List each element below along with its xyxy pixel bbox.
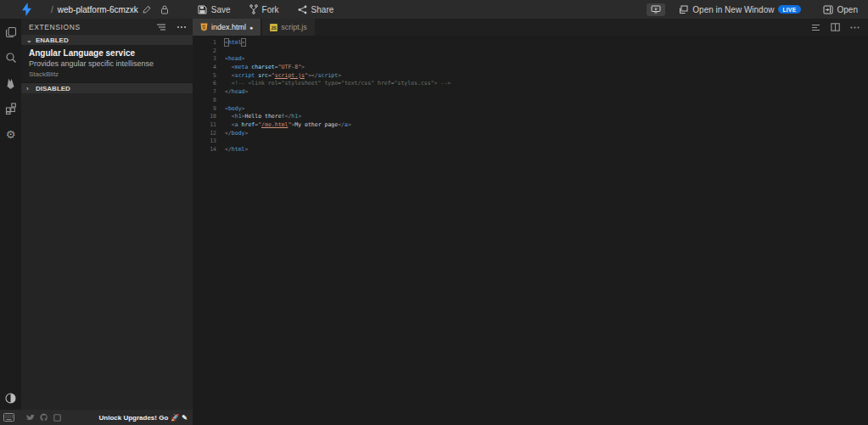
share-button[interactable]: Share: [294, 0, 338, 19]
tab-label: index.html: [211, 23, 246, 31]
left-column: ⚙ EXTENSIONS: [0, 19, 193, 425]
project-prefix: /: [51, 5, 53, 14]
theme-contrast-icon[interactable]: [4, 391, 18, 405]
project-title: / web-platform-6cmzxk: [51, 5, 169, 14]
rename-project-icon[interactable]: [143, 5, 151, 14]
chevron-down-icon: ⌄: [26, 36, 32, 44]
line-number: 9: [193, 105, 225, 114]
more-actions-icon[interactable]: [850, 26, 860, 29]
save-icon: [198, 5, 207, 14]
save-label: Save: [211, 5, 231, 14]
settings-gear-icon[interactable]: ⚙: [4, 127, 18, 141]
line-number: 12: [193, 130, 225, 138]
line-number: 13: [193, 137, 225, 146]
extension-name: Angular Language service: [29, 48, 185, 58]
code-line[interactable]: 4 <meta charset="UTF-8">: [193, 64, 868, 72]
tab-script-js[interactable]: JS script.js: [262, 19, 315, 36]
keyboard-shortcuts-icon[interactable]: [3, 413, 14, 422]
code-line[interactable]: 13: [193, 137, 868, 146]
code-line[interactable]: 8: [193, 97, 868, 105]
preview-monitor-icon: [651, 5, 661, 14]
code-editor[interactable]: 1<html>23<head>4 <meta charset="UTF-8">5…: [193, 36, 868, 425]
editor-group: index.html ● JS script.js: [193, 19, 868, 425]
code-line[interactable]: 5 <script src="script.js"></script>: [193, 72, 868, 81]
topbar: / web-platform-6cmzxk Save Fork Share: [0, 0, 868, 19]
privacy-lock-icon[interactable]: [160, 5, 169, 14]
code-line[interactable]: 14</html>: [193, 146, 868, 154]
open-button[interactable]: Open: [820, 0, 861, 19]
fork-button[interactable]: Fork: [246, 0, 283, 19]
section-disabled[interactable]: › DISABLED: [21, 83, 193, 93]
extensions-panel-header: EXTENSIONS: [21, 19, 193, 35]
code-line[interactable]: 6 <!-- <link rel="stylesheet" type="text…: [193, 80, 868, 88]
open-in-new-window-label: Open in New Window: [692, 5, 774, 14]
tab-label: script.js: [281, 23, 307, 31]
fork-icon: [249, 4, 258, 14]
svg-text:JS: JS: [271, 25, 277, 30]
fork-label: Fork: [262, 5, 279, 14]
open-panel-icon: [823, 5, 833, 14]
extension-description: Provides angular specific intellisense: [29, 59, 185, 68]
rocket-icon: 🚀: [171, 414, 179, 422]
main-area: ⚙ EXTENSIONS: [0, 19, 868, 425]
tab-bar: index.html ● JS script.js: [193, 19, 868, 36]
line-number: 7: [193, 88, 225, 97]
open-label: Open: [837, 5, 858, 14]
project-name[interactable]: web-platform-6cmzxk: [58, 5, 138, 14]
html-file-icon: [200, 23, 208, 31]
stackblitz-logo-icon[interactable]: [21, 3, 32, 16]
status-bar: Unlock Upgrades! Go 🚀 ✎: [0, 410, 193, 425]
embed-icon[interactable]: [53, 414, 61, 422]
activity-bar: ⚙: [0, 19, 21, 410]
code-line[interactable]: 12</body>: [193, 130, 868, 138]
chevron-right-icon: ›: [26, 85, 32, 92]
filter-icon[interactable]: [155, 21, 167, 33]
share-icon: [298, 5, 307, 14]
more-actions-icon[interactable]: [176, 21, 188, 33]
save-button[interactable]: Save: [194, 0, 234, 19]
line-number: 14: [193, 146, 225, 154]
editor-actions: [811, 19, 868, 36]
toggle-preview-button[interactable]: [647, 3, 665, 16]
modified-dot-icon: ●: [249, 25, 253, 31]
code-line[interactable]: 1<html>: [193, 39, 868, 48]
live-badge: LIVE: [778, 5, 800, 14]
extension-publisher: StackBlitz: [29, 70, 185, 78]
unlock-upgrades-link[interactable]: Unlock Upgrades! Go 🚀 ✎: [99, 414, 188, 422]
tab-index-html[interactable]: index.html ●: [193, 19, 260, 36]
code-line[interactable]: 7</head>: [193, 88, 868, 97]
extensions-icon[interactable]: [4, 102, 18, 115]
line-number: 1: [193, 39, 225, 48]
upgrade-label: Unlock Upgrades! Go: [99, 414, 169, 422]
code-line[interactable]: 3<head>: [193, 55, 868, 64]
line-number: 11: [193, 121, 225, 130]
search-icon[interactable]: [4, 51, 18, 64]
code-line[interactable]: 2: [193, 48, 868, 56]
firebase-deploy-icon[interactable]: [4, 76, 18, 90]
disabled-label: DISABLED: [36, 85, 70, 92]
line-number: 2: [193, 48, 225, 56]
code-line[interactable]: 10 <h1>Hello there!</h1>: [193, 113, 868, 121]
github-icon[interactable]: [40, 413, 48, 422]
js-file-icon: JS: [270, 24, 277, 31]
extensions-panel-title: EXTENSIONS: [29, 23, 81, 31]
code-line[interactable]: 11 <a href="/me.html">My other page</a>: [193, 121, 868, 130]
twitter-icon[interactable]: [26, 414, 35, 422]
open-changes-icon[interactable]: [811, 24, 820, 31]
line-number: 10: [193, 113, 225, 121]
topbar-right: Open in New Window LIVE Open: [647, 0, 868, 19]
line-number: 5: [193, 72, 225, 81]
line-number: 3: [193, 55, 225, 64]
open-in-new-window-button[interactable]: Open in New Window LIVE: [675, 0, 804, 19]
split-editor-icon[interactable]: [831, 23, 840, 31]
extension-item-angular[interactable]: Angular Language service Provides angula…: [21, 45, 193, 83]
new-window-icon: [679, 5, 688, 14]
line-number: 4: [193, 64, 225, 72]
extensions-panel: EXTENSIONS ⌄ ENABLED Angular L: [21, 19, 193, 410]
pencil-icon: ✎: [182, 414, 188, 422]
explorer-files-icon[interactable]: [4, 25, 18, 39]
code-line[interactable]: 9<body>: [193, 105, 868, 114]
section-enabled[interactable]: ⌄ ENABLED: [21, 35, 193, 45]
share-label: Share: [311, 5, 334, 14]
enabled-label: ENABLED: [36, 36, 69, 44]
